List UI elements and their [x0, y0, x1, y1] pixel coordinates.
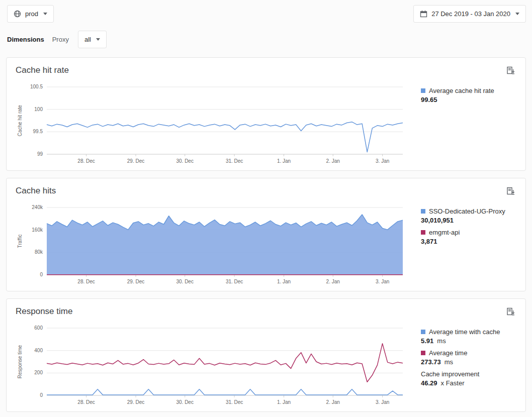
svg-text:600: 600: [34, 325, 43, 331]
svg-text:200: 200: [34, 370, 43, 375]
card-title-cache-hits: Cache hits: [16, 186, 56, 196]
response-time-legend: Average time with cache5.91msAverage tim…: [407, 323, 500, 391]
svg-text:0: 0: [40, 272, 43, 277]
svg-text:29. Dec: 29. Dec: [127, 399, 144, 405]
legend-item: emgmt-api3,871: [421, 229, 505, 245]
svg-text:31. Dec: 31. Dec: [226, 399, 243, 405]
dimension-name-proxy: Proxy: [52, 36, 69, 43]
environment-selector[interactable]: prod: [7, 5, 54, 23]
environment-label: prod: [25, 10, 38, 18]
legend-value: 46.29x Faster: [421, 379, 500, 387]
svg-text:28. Dec: 28. Dec: [77, 158, 95, 164]
legend-value: 273.73ms: [421, 358, 500, 366]
svg-text:80k: 80k: [35, 249, 43, 255]
legend-item: Cache improvement46.29x Faster: [421, 370, 500, 387]
legend-item: Average time with cache5.91ms: [421, 328, 500, 345]
svg-text:30. Dec: 30. Dec: [176, 279, 193, 284]
proxy-filter-value: all: [84, 36, 91, 43]
legend-swatch: [421, 330, 425, 334]
legend-item: Average time273.73ms: [421, 349, 500, 366]
legend-item: SSO-Dedicated-UG-Proxy30,010,951: [421, 207, 505, 224]
svg-text:29. Dec: 29. Dec: [127, 279, 144, 284]
response-time-chart[interactable]: 600400200028. Dec29. Dec30. Dec31. Dec1.…: [16, 323, 407, 407]
svg-text:400: 400: [34, 348, 43, 353]
legend-swatch: [421, 209, 425, 214]
cache-hit-rate-chart[interactable]: 100.510099.59928. Dec29. Dec30. Dec31. D…: [16, 82, 407, 166]
svg-text:100.5: 100.5: [30, 84, 43, 89]
svg-text:1. Jan: 1. Jan: [277, 279, 291, 284]
svg-text:31. Dec: 31. Dec: [226, 158, 243, 164]
legend-swatch: [421, 230, 425, 235]
svg-text:99.5: 99.5: [33, 129, 43, 134]
dimensions-label: Dimensions: [7, 36, 44, 43]
svg-text:30. Dec: 30. Dec: [176, 158, 193, 164]
cache-hits-card: Cache hits 240k160k80k028. Dec29. Dec30.…: [6, 178, 526, 291]
svg-text:29. Dec: 29. Dec: [127, 158, 144, 164]
calendar-icon: [420, 10, 427, 18]
svg-text:160k: 160k: [32, 227, 43, 233]
export-report-button[interactable]: [505, 306, 516, 319]
cache-hit-rate-legend: Average cache hit rate99.65: [407, 82, 494, 108]
export-report-icon: [506, 66, 515, 75]
legend-item: Average cache hit rate99.65: [421, 87, 494, 103]
svg-text:1. Jan: 1. Jan: [277, 399, 291, 405]
legend-swatch: [421, 88, 425, 93]
export-report-button[interactable]: [505, 186, 516, 198]
legend-value: 30,010,951: [421, 217, 505, 224]
legend-label: SSO-Dedicated-UG-Proxy: [429, 207, 505, 215]
svg-text:Traffic: Traffic: [17, 234, 23, 248]
svg-text:31. Dec: 31. Dec: [226, 279, 243, 284]
legend-label: Average time with cache: [429, 328, 500, 336]
legend-value: 3,871: [421, 238, 505, 245]
svg-text:3. Jan: 3. Jan: [376, 399, 389, 405]
chevron-down-icon: [96, 38, 100, 41]
cache-hits-legend: SSO-Dedicated-UG-Proxy30,010,951emgmt-ap…: [407, 202, 505, 250]
globe-icon: [14, 10, 21, 18]
legend-swatch: [421, 351, 425, 355]
svg-text:1. Jan: 1. Jan: [277, 158, 291, 164]
svg-text:28. Dec: 28. Dec: [77, 279, 95, 284]
svg-text:Response time: Response time: [17, 345, 23, 378]
response-time-card: Response time 600400200028. Dec29. Dec30…: [6, 298, 526, 412]
legend-label: Cache improvement: [421, 370, 479, 378]
svg-text:30. Dec: 30. Dec: [176, 399, 193, 405]
export-report-button[interactable]: [505, 65, 516, 78]
topbar: prod 27 Dec 2019 - 03 Jan 2020: [0, 0, 532, 23]
date-range-label: 27 Dec 2019 - 03 Jan 2020: [431, 10, 510, 18]
svg-text:2. Jan: 2. Jan: [326, 279, 340, 284]
svg-text:99: 99: [37, 151, 43, 157]
svg-text:28. Dec: 28. Dec: [77, 399, 95, 405]
cache-hit-rate-card: Cache hit rate 100.510099.59928. Dec29. …: [6, 57, 526, 171]
export-report-icon: [506, 307, 515, 317]
legend-value: 99.65: [421, 96, 494, 103]
svg-text:0: 0: [40, 392, 43, 398]
dimensions-bar: Dimensions Proxy all: [0, 23, 532, 50]
svg-text:240k: 240k: [32, 204, 43, 210]
svg-text:2. Jan: 2. Jan: [326, 158, 340, 164]
card-title-response-time: Response time: [16, 306, 72, 317]
date-range-picker[interactable]: 27 Dec 2019 - 03 Jan 2020: [413, 5, 526, 23]
chevron-down-icon: [515, 13, 519, 15]
legend-label: Average time: [429, 349, 467, 357]
svg-text:3. Jan: 3. Jan: [376, 279, 389, 284]
svg-text:Cache hit rate: Cache hit rate: [17, 105, 23, 136]
export-report-icon: [506, 187, 515, 196]
legend-label: Average cache hit rate: [429, 87, 494, 94]
legend-label: emgmt-api: [429, 229, 460, 236]
cache-hits-chart[interactable]: 240k160k80k028. Dec29. Dec30. Dec31. Dec…: [16, 202, 407, 287]
proxy-filter-dropdown[interactable]: all: [78, 31, 107, 48]
legend-value: 5.91ms: [421, 337, 500, 345]
chevron-down-icon: [43, 13, 47, 15]
svg-text:3. Jan: 3. Jan: [376, 158, 389, 164]
svg-text:100: 100: [34, 107, 43, 112]
card-title-cache-hit-rate: Cache hit rate: [16, 65, 69, 75]
svg-text:2. Jan: 2. Jan: [326, 399, 340, 405]
